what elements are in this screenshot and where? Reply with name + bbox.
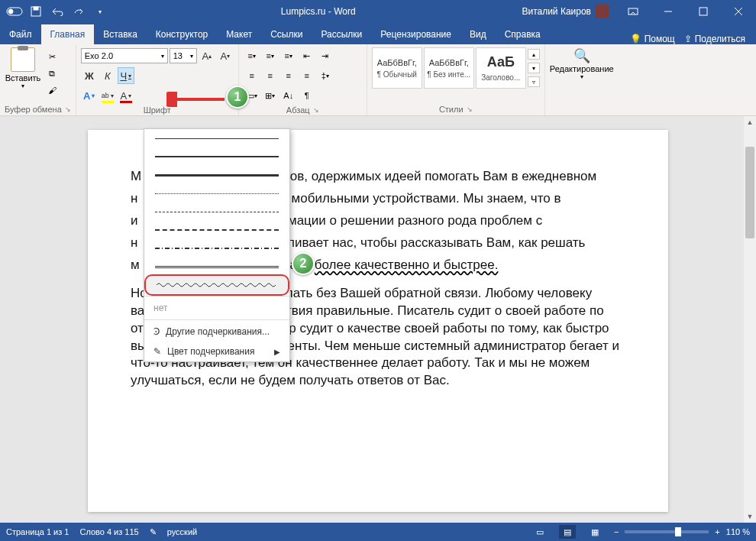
zoom-slider[interactable] — [625, 530, 709, 533]
numbering-button[interactable]: ≡▾ — [262, 47, 279, 64]
paragraph-launcher[interactable]: ↘ — [313, 106, 319, 114]
styles-gallery-more[interactable]: ▴▾▿ — [528, 47, 540, 89]
clipboard-icon — [11, 47, 35, 72]
underline-long-dash[interactable] — [144, 221, 289, 239]
font-size-combo[interactable]: 13▾ — [170, 48, 197, 63]
maximize-button[interactable] — [686, 0, 721, 23]
tab-insert[interactable]: Вставка — [94, 24, 147, 44]
status-words[interactable]: Слово 4 из 115 — [79, 527, 138, 536]
tab-view[interactable]: Вид — [460, 24, 496, 44]
style-heading1[interactable]: АаБЗаголово... — [476, 47, 526, 89]
underline-dash-dot[interactable] — [144, 239, 289, 258]
underline-thin[interactable] — [144, 129, 289, 147]
annotation-arrow-1 — [166, 92, 228, 107]
search-icon: 🔍 — [573, 47, 590, 64]
view-web-layout[interactable]: ▦ — [586, 525, 603, 539]
borders-button[interactable]: ⊞▾ — [262, 87, 279, 104]
sort-button[interactable]: A↓ — [280, 87, 297, 104]
underline-color[interactable]: ✎Цвет подчеркивания▶ — [144, 342, 289, 361]
wavy-underlined-text: более качественно и быстрее. — [315, 258, 499, 272]
bullets-button[interactable]: ≡▾ — [244, 47, 260, 64]
tab-references[interactable]: Ссылки — [261, 24, 312, 44]
minimize-button[interactable] — [651, 0, 686, 23]
style-no-spacing[interactable]: АаБбВвГг,¶ Без инте... — [424, 47, 474, 89]
zoom-value[interactable]: 110 % — [726, 527, 750, 536]
close-button[interactable] — [721, 0, 756, 23]
redo-button[interactable] — [69, 2, 89, 21]
tab-home[interactable]: Главная — [41, 24, 95, 44]
underline-dashed[interactable] — [144, 202, 289, 221]
shrink-font-button[interactable]: A▾ — [217, 47, 234, 64]
underline-button[interactable]: Ч▾ — [118, 67, 134, 84]
tab-help[interactable]: Справка — [496, 24, 550, 44]
status-language[interactable]: русский — [167, 527, 197, 536]
save-icon[interactable] — [26, 2, 46, 21]
underline-more[interactable]: ꜾДругие подчеркивания... — [144, 322, 289, 342]
underline-wavy[interactable] — [144, 274, 289, 296]
share-button[interactable]: ⇪Поделиться — [684, 34, 745, 44]
align-center-button[interactable]: ≡ — [262, 67, 279, 84]
user-account[interactable]: Виталий Каиров — [522, 5, 615, 18]
justify-button[interactable]: ≡ — [299, 67, 315, 84]
ribbon: Вставить ▾ ✂ ⧉ 🖌 Буфер обмена ↘ Exo 2.0▾… — [0, 44, 756, 116]
copy-button[interactable]: ⧉ — [44, 67, 60, 79]
style-normal[interactable]: АаБбВвГг,¶ Обычный — [372, 47, 422, 89]
zoom-out[interactable]: − — [614, 527, 619, 536]
vertical-scrollbar[interactable]: ▲ ▼ — [744, 116, 756, 523]
tab-mailings[interactable]: Рассылки — [312, 24, 371, 44]
scroll-up[interactable]: ▲ — [744, 116, 756, 128]
align-left-button[interactable]: ≡ — [244, 67, 260, 84]
tab-design[interactable]: Конструктор — [147, 24, 217, 44]
undo-button[interactable] — [47, 2, 67, 21]
format-painter-button[interactable]: 🖌 — [44, 84, 60, 96]
increase-indent-button[interactable]: ⇥ — [317, 47, 334, 64]
underline-dotted[interactable] — [144, 184, 289, 202]
svg-rect-4 — [628, 8, 638, 15]
align-right-button[interactable]: ≡ — [280, 67, 297, 84]
decrease-indent-button[interactable]: ⇤ — [299, 47, 315, 64]
status-page[interactable]: Страница 1 из 1 — [6, 527, 69, 536]
line-spacing-button[interactable]: ‡▾ — [317, 67, 334, 84]
scroll-down[interactable]: ▼ — [744, 510, 756, 523]
grow-font-button[interactable]: A▴ — [199, 47, 215, 64]
highlight-button[interactable]: ab▾ — [99, 87, 116, 104]
underline-double[interactable] — [144, 258, 289, 276]
font-name-combo[interactable]: Exo 2.0▾ — [81, 48, 168, 63]
underline-none[interactable]: нет — [144, 298, 289, 318]
ribbon-options-button[interactable] — [615, 0, 651, 23]
show-marks-button[interactable]: ¶ — [299, 87, 315, 104]
tell-me[interactable]: 💡Помощ — [630, 34, 675, 44]
cut-button[interactable]: ✂ — [44, 50, 60, 63]
tab-file[interactable]: Файл — [0, 24, 41, 44]
editing-menu[interactable]: 🔍 Редактирование ▾ — [550, 47, 614, 80]
font-color-button[interactable]: A▾ — [118, 87, 134, 104]
chevron-right-icon: ▶ — [274, 348, 280, 356]
underline-medium[interactable] — [144, 147, 289, 166]
scroll-thumb[interactable] — [745, 147, 754, 238]
autosave-toggle[interactable] — [5, 2, 24, 21]
zoom-controls: − + 110 % — [614, 527, 750, 536]
underline-thick[interactable] — [144, 166, 289, 184]
qat-customize[interactable]: ▾ — [90, 2, 110, 21]
bold-button[interactable]: Ж — [81, 67, 98, 84]
tab-layout[interactable]: Макет — [217, 24, 261, 44]
tab-review[interactable]: Рецензирование — [371, 24, 460, 44]
italic-button[interactable]: К — [99, 67, 116, 84]
view-read-mode[interactable]: ▭ — [531, 525, 548, 539]
paste-button[interactable]: Вставить ▾ — [5, 47, 41, 89]
ribbon-tabs: Файл Главная Вставка Конструктор Макет С… — [0, 23, 756, 44]
share-icon: ⇪ — [684, 34, 692, 44]
multilevel-button[interactable]: ≡▾ — [280, 47, 297, 64]
clipboard-launcher[interactable]: ↘ — [65, 105, 71, 113]
zoom-in[interactable]: + — [715, 527, 719, 536]
title-bar: ▾ Lumpics.ru - Word Виталий Каиров — [0, 0, 756, 23]
proofing-icon[interactable]: ✎ — [150, 527, 157, 537]
pen-icon: ✎ — [153, 346, 161, 357]
group-editing: 🔍 Редактирование ▾ — [545, 44, 619, 115]
quick-access-toolbar: ▾ — [0, 2, 115, 21]
user-name: Виталий Каиров — [522, 6, 591, 17]
underline-more-icon: Ꜿ — [153, 326, 160, 337]
styles-launcher[interactable]: ↘ — [467, 105, 473, 113]
text-effects-button[interactable]: A▾ — [81, 87, 98, 104]
view-print-layout[interactable]: ▤ — [559, 525, 576, 539]
